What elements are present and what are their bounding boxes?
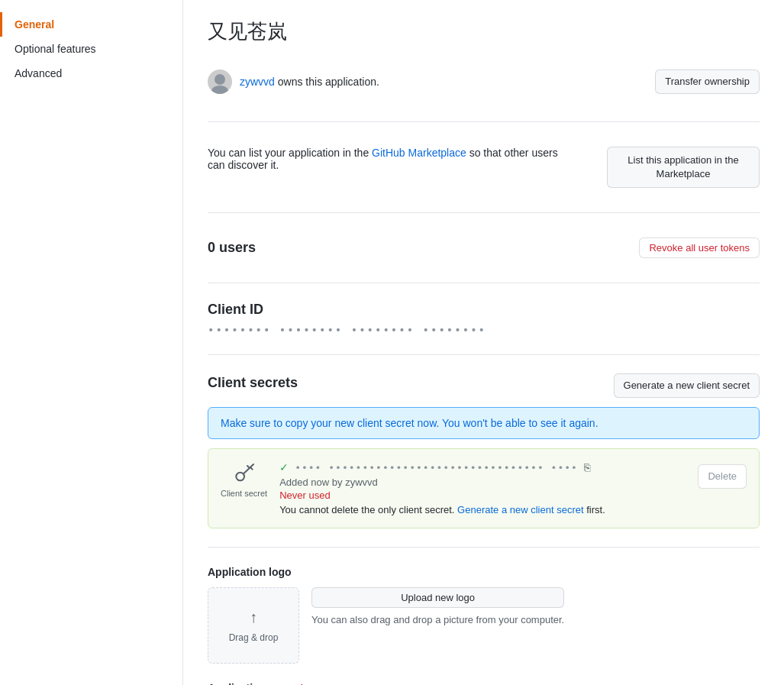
application-logo-section: Application logo ↑ Drag & drop Upload ne…: [208, 566, 760, 664]
owns-label: owns this application.: [278, 76, 379, 88]
users-number: 0: [208, 240, 215, 255]
client-id-title: Client ID: [208, 302, 760, 318]
marketplace-text: You can list your application in the Git…: [208, 147, 574, 171]
marketplace-section: You can list your application in the Git…: [208, 141, 760, 213]
upload-hint: You can also drag and drop a picture fro…: [311, 614, 564, 625]
main-content: 又见苍岚 zywvvd owns this application.: [183, 0, 784, 685]
client-id-value: •••••••• •••••••• •••••••• ••••••••: [208, 324, 760, 336]
upload-new-logo-button[interactable]: Upload new logo: [311, 587, 564, 608]
marketplace-text-prefix: You can list your application in the: [208, 147, 369, 159]
secret-warning-suffix: first.: [584, 504, 605, 515]
generate-secret-link[interactable]: Generate a new client secret: [457, 504, 583, 515]
svg-point-1: [211, 86, 228, 94]
client-secret-item: Client secret ✓ •••• •••••••••••••••••••…: [208, 448, 760, 528]
owner-link[interactable]: zywvvd: [240, 76, 275, 88]
sidebar-item-optional-features[interactable]: Optional features: [0, 37, 182, 61]
secret-warning-prefix: You cannot delete the only client secret…: [279, 504, 457, 515]
client-secrets-title: Client secrets: [208, 375, 298, 391]
client-id-section: Client ID •••••••• •••••••• •••••••• •••…: [208, 302, 760, 355]
client-secret-info-box: Make sure to copy your new client secret…: [208, 407, 760, 439]
avatar: [208, 69, 232, 94]
application-name-label-text: Application name: [208, 682, 297, 685]
transfer-ownership-button[interactable]: Transfer ownership: [655, 69, 760, 94]
list-marketplace-button[interactable]: List this application in the Marketplace: [607, 147, 760, 188]
sidebar: General Optional features Advanced: [0, 0, 183, 685]
secret-warning-text: You cannot delete the only client secret…: [279, 504, 686, 515]
svg-line-5: [247, 466, 250, 468]
secret-added-by: Added now by zywvvd: [279, 477, 686, 488]
secret-details: ✓ •••• •••••••••••••••••••••••••••••••• …: [279, 461, 686, 515]
sidebar-item-general[interactable]: General: [0, 12, 182, 37]
page-title: 又见苍岚: [208, 18, 760, 45]
svg-point-0: [215, 74, 225, 85]
github-marketplace-link[interactable]: GitHub Marketplace: [372, 147, 466, 159]
sidebar-item-advanced[interactable]: Advanced: [0, 61, 182, 86]
ownership-text: zywvvd owns this application.: [240, 76, 379, 88]
logo-drop-zone[interactable]: ↑ Drag & drop: [208, 587, 299, 664]
delete-secret-button[interactable]: Delete: [698, 464, 747, 489]
users-section: 0 users Revoke all user tokens: [208, 231, 760, 283]
copy-secret-icon[interactable]: ⎘: [584, 461, 590, 473]
secret-never-used: Never used: [279, 490, 686, 501]
client-secret-icon-area: Client secret: [221, 461, 267, 498]
application-name-label: Application name *: [208, 682, 760, 685]
client-secrets-section: Client secrets Generate a new client sec…: [208, 373, 760, 548]
svg-line-4: [250, 467, 253, 470]
application-name-section: Application name *: [208, 682, 760, 685]
drag-drop-label: Drag & drop: [229, 632, 279, 643]
checkmark-icon: ✓: [279, 461, 289, 473]
revoke-all-tokens-button[interactable]: Revoke all user tokens: [639, 237, 760, 258]
generate-new-client-secret-button[interactable]: Generate a new client secret: [614, 373, 760, 398]
client-secret-label: Client secret: [221, 489, 267, 498]
ownership-section: zywvvd owns this application. Transfer o…: [208, 60, 760, 122]
secret-actions: Delete: [698, 461, 747, 489]
users-label: users: [219, 240, 256, 255]
application-logo-title: Application logo: [208, 566, 760, 578]
users-count: 0 users: [208, 240, 256, 256]
upload-arrow-icon: ↑: [250, 609, 257, 626]
secret-value: •••• •••••••••••••••••••••••••••••••• ••…: [295, 462, 578, 473]
required-star: *: [300, 682, 304, 685]
logo-upload-right: Upload new logo You can also drag and dr…: [311, 587, 564, 625]
ownership-left: zywvvd owns this application.: [208, 69, 379, 94]
